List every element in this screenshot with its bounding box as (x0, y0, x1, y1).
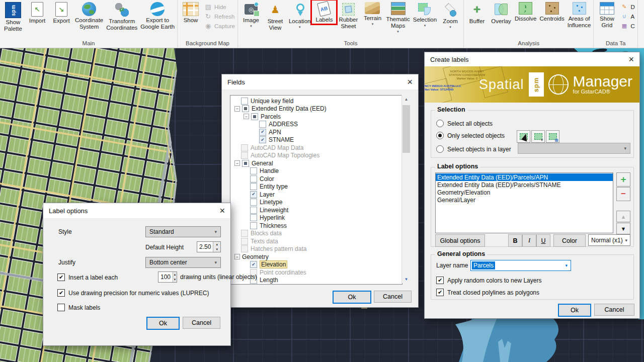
tree-item-autocad-map-data[interactable]: AutoCAD Map Data (230, 144, 402, 152)
tree-item-extended-entity-data-eed[interactable]: −Extended Entity Data (EED) (230, 105, 402, 113)
tree-checkbox-unchecked[interactable] (250, 167, 257, 174)
tree-checkbox-unchecked[interactable] (250, 207, 257, 214)
tree-item-layer[interactable]: ✔Layer (230, 191, 402, 199)
tree-item-linetype[interactable]: Linetype (230, 199, 402, 207)
ribbon-button-buffer[interactable]: +Buffer (465, 1, 489, 25)
spin-down-icon[interactable]: ▼ (173, 277, 177, 282)
close-icon[interactable]: × (399, 77, 413, 86)
checkbox-icon[interactable]: ✔ (436, 289, 444, 296)
italic-button[interactable]: I (522, 234, 536, 247)
checkbox-treat-closed-polylines-as-polygons[interactable]: ✔Treat closed polylines as polygons (436, 289, 539, 296)
style-dropdown[interactable]: Standard▾ (145, 226, 221, 237)
tree-item-geometry[interactable]: −Geometry (230, 253, 402, 261)
precision-checkbox[interactable]: ✔ (57, 289, 65, 297)
tree-checkbox-checked[interactable]: ✔ (259, 129, 266, 136)
tree-item-entity-type[interactable]: Entity type (230, 183, 402, 191)
label-option-item[interactable]: General/Layer (436, 196, 613, 204)
ribbon-button-image[interactable]: ◎Image▾ (239, 1, 263, 28)
tree-item-autocad-map-topologies[interactable]: AutoCAD Map Topologies (230, 152, 402, 160)
move-down-button[interactable]: ▼ (616, 223, 630, 234)
remove-label-button[interactable]: − (616, 187, 630, 201)
tree-item-stname[interactable]: ✔STNAME (230, 136, 402, 144)
label-options-titlebar[interactable]: Label options × (43, 203, 230, 219)
tree-checkbox-partial[interactable] (251, 113, 258, 120)
insert-label-stepper[interactable]: 100 ▲▼ (158, 272, 177, 283)
radio-icon[interactable] (436, 132, 444, 139)
tree-item-hatches-pattern-data[interactable]: Hatches pattern data (230, 245, 402, 253)
ribbon-button-export-to-google-earth[interactable]: Export toGoogle Earth (139, 1, 176, 31)
ribbon-button-zoom[interactable]: Zoom▾ (438, 1, 462, 29)
create-labels-titlebar[interactable]: Create labels × (425, 52, 639, 67)
tree-collapse-icon[interactable]: − (234, 160, 240, 166)
tree-collapse-icon[interactable]: − (244, 114, 249, 119)
ribbon-button-areas-of-influence[interactable]: Areas ofInfluence (566, 1, 593, 29)
checkbox-apply-random-colors-to-new-layers[interactable]: ✔Apply random colors to new Layers (436, 277, 541, 284)
tree-item-thickness[interactable]: Thickness (230, 222, 402, 230)
tree-collapse-icon[interactable]: − (234, 106, 240, 112)
default-height-stepper[interactable]: 2.50 ▲▼ (197, 241, 221, 252)
tree-checkbox-checked[interactable]: ✔ (259, 136, 266, 143)
radio-only-selected-objects[interactable]: Only selected objects (436, 132, 505, 139)
layer-name-input[interactable]: Parcels ▾ (470, 260, 571, 271)
tree-checkbox-checked[interactable]: ✔ (250, 261, 257, 268)
create-labels-ok-button[interactable]: Ok (558, 304, 591, 317)
tree-checkbox-unchecked[interactable] (241, 98, 248, 105)
spin-up-icon[interactable]: ▲ (213, 242, 220, 247)
tree-checkbox-disabled[interactable] (241, 230, 248, 237)
scroll-up-icon[interactable]: ▲ (402, 95, 411, 103)
ribbon-button-centroids[interactable]: Centroids (538, 1, 566, 23)
add-label-button[interactable]: + (616, 172, 630, 187)
select-filtered-button[interactable]: ▼ (531, 130, 545, 143)
label-option-item[interactable]: Geometry/Elevation (436, 189, 613, 196)
scroll-down-icon[interactable]: ▼ (402, 275, 411, 283)
bold-button[interactable]: B (508, 234, 522, 247)
underline-button[interactable]: U (536, 234, 550, 247)
ribbon-button-export[interactable]: ↘Export (49, 1, 73, 25)
tree-item-texts-data[interactable]: Texts data (230, 237, 402, 245)
tree-collapse-icon[interactable]: − (234, 254, 240, 259)
color-button[interactable]: Color (553, 234, 586, 247)
tree-checkbox-disabled[interactable] (241, 144, 248, 151)
ribbon-button-import[interactable]: ↖Import (25, 1, 49, 25)
tree-scrollbar[interactable]: ▲ ▼ (401, 95, 411, 283)
create-labels-cancel-button[interactable]: Cancel (594, 304, 634, 316)
tree-item-apn[interactable]: ✔APN (230, 128, 402, 136)
tree-item-hyperlink[interactable]: Hyperlink (230, 214, 402, 222)
tree-checkbox-unchecked[interactable] (250, 222, 257, 229)
fields-cancel-button[interactable]: Cancel (374, 291, 412, 303)
radio-select-objects-in-a-layer[interactable]: Select objects in a layer (436, 145, 511, 153)
select-from-grid-button[interactable]: ▦ (546, 130, 559, 143)
tree-item-parcels[interactable]: −Parcels (230, 113, 402, 121)
radio-icon[interactable] (436, 145, 444, 153)
tree-checkbox-partial[interactable] (242, 160, 249, 167)
justify-dropdown[interactable]: Bottom center▾ (145, 257, 221, 268)
spin-down-icon[interactable]: ▼ (213, 247, 220, 252)
tree-checkbox-partial[interactable] (242, 105, 249, 112)
fields-ok-button[interactable]: Ok (333, 291, 371, 304)
ribbon-button-c[interactable]: ▦C (620, 22, 634, 30)
label-option-item[interactable]: Extended Entity Data (EED)/Parcels/STNAM… (436, 181, 613, 189)
label-size-dropdown[interactable]: Normal (x1) ▾ (588, 234, 630, 246)
insert-label-checkbox[interactable]: ✔ (57, 274, 65, 281)
tree-checkbox-unchecked[interactable] (250, 199, 257, 206)
ribbon-button-show[interactable]: Show (179, 1, 203, 24)
ribbon-button-selection[interactable]: Selection▾ (412, 1, 438, 28)
tree-item-handle[interactable]: Handle (230, 167, 402, 175)
tree-item-general[interactable]: −General (230, 159, 402, 167)
move-up-button[interactable]: ▲ (616, 211, 630, 222)
ribbon-button-show-palette[interactable]: spmShowPalette (1, 1, 25, 33)
spin-up-icon[interactable]: ▲ (173, 272, 177, 277)
ribbon-button-labels[interactable]: ABLabels (312, 1, 336, 24)
ribbon-button-transform-coordinates[interactable]: ⇄TransformCoordinates (105, 1, 139, 32)
tree-item-address[interactable]: ADDRESS (230, 121, 402, 129)
close-icon[interactable]: × (621, 55, 634, 64)
tree-checkbox-unchecked[interactable] (250, 183, 257, 190)
ribbon-button-overlay[interactable]: Overlay (489, 1, 513, 25)
scroll-thumb[interactable] (403, 105, 410, 153)
ribbon-button-coordinate-system[interactable]: CoordinateSystem (73, 1, 105, 31)
tree-item-elevation[interactable]: ✔Elevation (230, 261, 402, 269)
label-options-ok-button[interactable]: Ok (146, 317, 180, 330)
ribbon-button-terrain[interactable]: Terrain▾ (360, 1, 384, 26)
tree-item-color[interactable]: Color (230, 175, 402, 183)
tree-item-lineweight[interactable]: Lineweight (230, 206, 402, 214)
